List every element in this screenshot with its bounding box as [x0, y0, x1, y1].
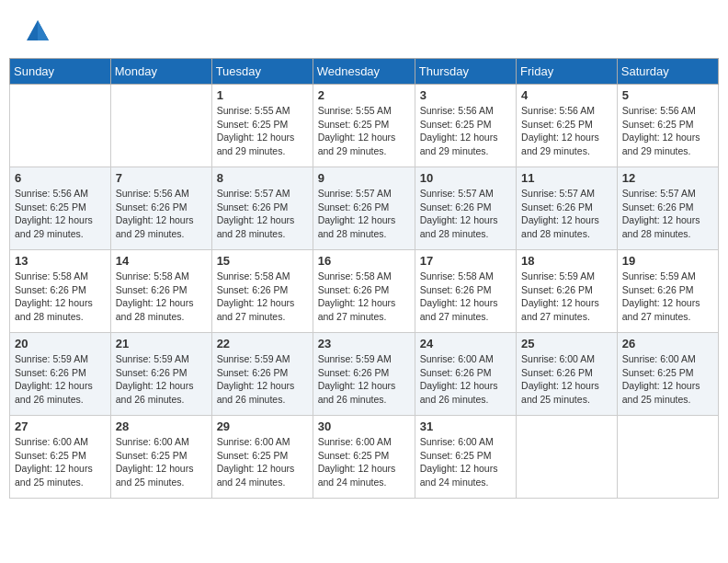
calendar-cell: 10 Sunrise: 5:57 AMSunset: 6:26 PMDaylig…: [415, 167, 516, 250]
day-number: 21: [116, 337, 207, 350]
day-number: 9: [318, 171, 410, 185]
calendar-cell: 30 Sunrise: 6:00 AMSunset: 6:25 PMDaylig…: [313, 416, 415, 499]
day-number: 3: [420, 88, 511, 102]
calendar-cell: 27 Sunrise: 6:00 AMSunset: 6:25 PMDaylig…: [10, 416, 111, 499]
day-number: 7: [116, 171, 207, 185]
day-info: Sunrise: 6:00 AMSunset: 6:26 PMDaylight:…: [521, 353, 599, 405]
calendar-cell: [110, 85, 211, 167]
day-info: Sunrise: 5:58 AMSunset: 6:26 PMDaylight:…: [318, 270, 396, 322]
day-number: 30: [318, 419, 410, 433]
calendar-cell: 26 Sunrise: 6:00 AMSunset: 6:25 PMDaylig…: [617, 333, 718, 416]
calendar-week-4: 20 Sunrise: 5:59 AMSunset: 6:26 PMDaylig…: [10, 333, 719, 416]
calendar-cell: [617, 416, 718, 499]
day-number: 24: [420, 337, 511, 350]
calendar-week-2: 6 Sunrise: 5:56 AMSunset: 6:25 PMDayligh…: [10, 167, 719, 250]
day-info: Sunrise: 5:56 AMSunset: 6:26 PMDaylight:…: [116, 188, 194, 239]
calendar-week-3: 13 Sunrise: 5:58 AMSunset: 6:26 PMDaylig…: [10, 250, 719, 333]
day-number: 20: [15, 337, 106, 350]
day-info: Sunrise: 5:56 AMSunset: 6:25 PMDaylight:…: [15, 188, 93, 239]
day-number: 15: [217, 254, 308, 268]
day-info: Sunrise: 5:57 AMSunset: 6:26 PMDaylight:…: [622, 188, 700, 239]
day-number: 6: [15, 171, 106, 185]
day-info: Sunrise: 6:00 AMSunset: 6:25 PMDaylight:…: [420, 436, 498, 488]
day-info: Sunrise: 6:00 AMSunset: 6:25 PMDaylight:…: [318, 436, 396, 488]
calendar-cell: 7 Sunrise: 5:56 AMSunset: 6:26 PMDayligh…: [110, 167, 211, 250]
calendar-cell: 4 Sunrise: 5:56 AMSunset: 6:25 PMDayligh…: [517, 85, 618, 167]
calendar-cell: [10, 85, 111, 167]
day-number: 27: [15, 419, 106, 433]
day-info: Sunrise: 6:00 AMSunset: 6:25 PMDaylight:…: [217, 436, 295, 488]
day-info: Sunrise: 5:56 AMSunset: 6:25 PMDaylight:…: [521, 105, 599, 156]
calendar-table: SundayMondayTuesdayWednesdayThursdayFrid…: [9, 58, 719, 499]
day-number: 8: [217, 171, 308, 185]
day-info: Sunrise: 6:00 AMSunset: 6:25 PMDaylight:…: [15, 436, 93, 488]
day-info: Sunrise: 5:55 AMSunset: 6:25 PMDaylight:…: [217, 105, 295, 156]
day-number: 2: [318, 88, 410, 102]
day-info: Sunrise: 5:59 AMSunset: 6:26 PMDaylight:…: [217, 353, 295, 405]
day-number: 13: [15, 254, 106, 268]
day-info: Sunrise: 5:59 AMSunset: 6:26 PMDaylight:…: [318, 353, 396, 405]
logo-icon: [25, 18, 51, 44]
day-info: Sunrise: 5:59 AMSunset: 6:26 PMDaylight:…: [116, 353, 194, 405]
day-number: 23: [318, 337, 410, 350]
calendar-cell: [517, 416, 618, 499]
calendar-cell: 18 Sunrise: 5:59 AMSunset: 6:26 PMDaylig…: [517, 250, 618, 333]
day-number: 14: [116, 254, 207, 268]
calendar-cell: 19 Sunrise: 5:59 AMSunset: 6:26 PMDaylig…: [617, 250, 718, 333]
calendar-cell: 2 Sunrise: 5:55 AMSunset: 6:25 PMDayligh…: [313, 85, 415, 167]
day-info: Sunrise: 6:00 AMSunset: 6:25 PMDaylight:…: [116, 436, 194, 488]
day-info: Sunrise: 5:57 AMSunset: 6:26 PMDaylight:…: [420, 188, 498, 239]
calendar-week-1: 1 Sunrise: 5:55 AMSunset: 6:25 PMDayligh…: [10, 85, 719, 167]
day-number: 19: [622, 254, 713, 268]
day-number: 26: [622, 337, 713, 350]
column-header-sunday: Sunday: [10, 59, 111, 85]
calendar-header-row: SundayMondayTuesdayWednesdayThursdayFrid…: [10, 59, 719, 85]
column-header-monday: Monday: [110, 59, 211, 85]
calendar-cell: 5 Sunrise: 5:56 AMSunset: 6:25 PMDayligh…: [617, 85, 718, 167]
svg-marker-1: [38, 20, 49, 40]
calendar-cell: 9 Sunrise: 5:57 AMSunset: 6:26 PMDayligh…: [313, 167, 415, 250]
day-number: 17: [420, 254, 511, 268]
calendar-cell: 23 Sunrise: 5:59 AMSunset: 6:26 PMDaylig…: [313, 333, 415, 416]
logo: [23, 18, 51, 49]
calendar-cell: 21 Sunrise: 5:59 AMSunset: 6:26 PMDaylig…: [110, 333, 211, 416]
day-number: 4: [521, 88, 612, 102]
calendar-cell: 24 Sunrise: 6:00 AMSunset: 6:26 PMDaylig…: [415, 333, 516, 416]
day-info: Sunrise: 5:57 AMSunset: 6:26 PMDaylight:…: [521, 188, 599, 239]
column-header-wednesday: Wednesday: [313, 59, 415, 85]
calendar-cell: 8 Sunrise: 5:57 AMSunset: 6:26 PMDayligh…: [211, 167, 313, 250]
calendar-cell: 11 Sunrise: 5:57 AMSunset: 6:26 PMDaylig…: [517, 167, 618, 250]
calendar-cell: 31 Sunrise: 6:00 AMSunset: 6:25 PMDaylig…: [415, 416, 516, 499]
day-info: Sunrise: 6:00 AMSunset: 6:25 PMDaylight:…: [622, 353, 700, 405]
day-number: 1: [217, 88, 308, 102]
day-info: Sunrise: 5:58 AMSunset: 6:26 PMDaylight:…: [116, 270, 194, 322]
calendar-cell: 16 Sunrise: 5:58 AMSunset: 6:26 PMDaylig…: [313, 250, 415, 333]
column-header-tuesday: Tuesday: [211, 59, 313, 85]
day-info: Sunrise: 5:58 AMSunset: 6:26 PMDaylight:…: [420, 270, 498, 322]
day-info: Sunrise: 5:59 AMSunset: 6:26 PMDaylight:…: [521, 270, 599, 322]
calendar-cell: 14 Sunrise: 5:58 AMSunset: 6:26 PMDaylig…: [110, 250, 211, 333]
day-info: Sunrise: 5:56 AMSunset: 6:25 PMDaylight:…: [420, 105, 498, 156]
column-header-saturday: Saturday: [617, 59, 718, 85]
day-info: Sunrise: 5:58 AMSunset: 6:26 PMDaylight:…: [217, 270, 295, 322]
calendar-week-5: 27 Sunrise: 6:00 AMSunset: 6:25 PMDaylig…: [10, 416, 719, 499]
day-number: 11: [521, 171, 612, 185]
day-info: Sunrise: 5:58 AMSunset: 6:26 PMDaylight:…: [15, 270, 93, 322]
day-number: 5: [622, 88, 713, 102]
day-number: 12: [622, 171, 713, 185]
calendar-cell: 22 Sunrise: 5:59 AMSunset: 6:26 PMDaylig…: [211, 333, 313, 416]
calendar-cell: 13 Sunrise: 5:58 AMSunset: 6:26 PMDaylig…: [10, 250, 111, 333]
day-number: 22: [217, 337, 308, 350]
day-number: 25: [521, 337, 612, 350]
day-info: Sunrise: 5:56 AMSunset: 6:25 PMDaylight:…: [622, 105, 700, 156]
day-info: Sunrise: 5:57 AMSunset: 6:26 PMDaylight:…: [217, 188, 295, 239]
day-info: Sunrise: 6:00 AMSunset: 6:26 PMDaylight:…: [420, 353, 498, 405]
calendar-cell: 12 Sunrise: 5:57 AMSunset: 6:26 PMDaylig…: [617, 167, 718, 250]
day-info: Sunrise: 5:59 AMSunset: 6:26 PMDaylight:…: [15, 353, 93, 405]
calendar-cell: 6 Sunrise: 5:56 AMSunset: 6:25 PMDayligh…: [10, 167, 111, 250]
day-info: Sunrise: 5:55 AMSunset: 6:25 PMDaylight:…: [318, 105, 396, 156]
calendar-cell: 1 Sunrise: 5:55 AMSunset: 6:25 PMDayligh…: [211, 85, 313, 167]
calendar-cell: 20 Sunrise: 5:59 AMSunset: 6:26 PMDaylig…: [10, 333, 111, 416]
calendar-cell: 29 Sunrise: 6:00 AMSunset: 6:25 PMDaylig…: [211, 416, 313, 499]
day-number: 10: [420, 171, 511, 185]
